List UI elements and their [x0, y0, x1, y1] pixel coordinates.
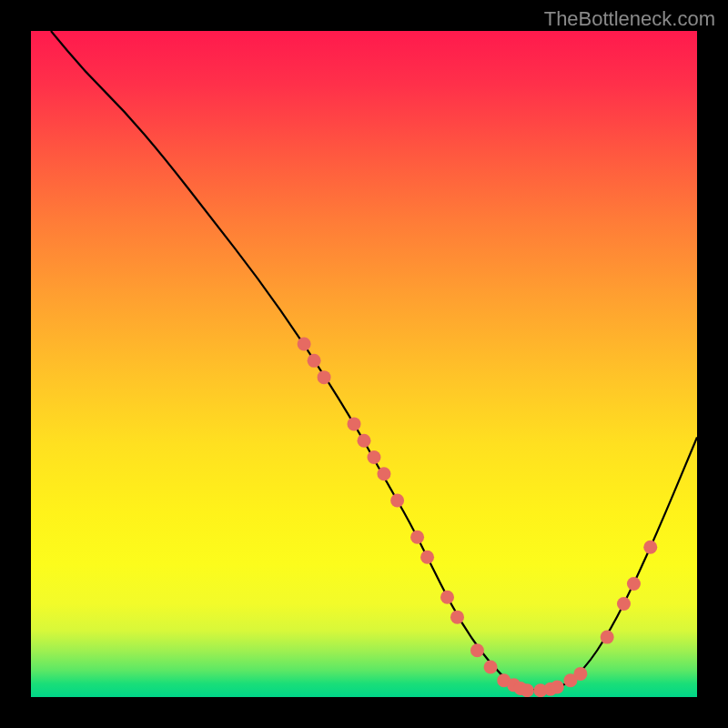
chart-data-point	[484, 661, 498, 674]
chart-data-point	[450, 611, 464, 624]
chart-plot-area	[31, 31, 697, 697]
chart-data-point	[617, 597, 631, 611]
chart-data-point	[348, 417, 361, 430]
chart-data-point	[358, 434, 371, 448]
chart-curve	[51, 31, 697, 691]
chart-data-point	[470, 643, 484, 657]
chart-data-point	[601, 631, 614, 644]
chart-data-point	[551, 681, 564, 694]
chart-data-point	[643, 541, 657, 554]
chart-data-point	[521, 683, 534, 697]
chart-data-point	[420, 551, 434, 564]
chart-data-point	[377, 467, 390, 480]
chart-data-point	[440, 591, 454, 604]
chart-markers	[298, 338, 658, 697]
chart-data-point	[308, 354, 321, 368]
chart-data-point	[298, 338, 311, 351]
chart-data-point	[573, 667, 587, 681]
watermark-text: TheBottleneck.com	[544, 7, 715, 31]
chart-data-point	[318, 370, 331, 384]
chart-data-point	[390, 494, 404, 508]
chart-svg	[31, 31, 697, 697]
chart-data-point	[367, 450, 380, 464]
chart-data-point	[410, 531, 424, 544]
chart-data-point	[627, 577, 641, 591]
